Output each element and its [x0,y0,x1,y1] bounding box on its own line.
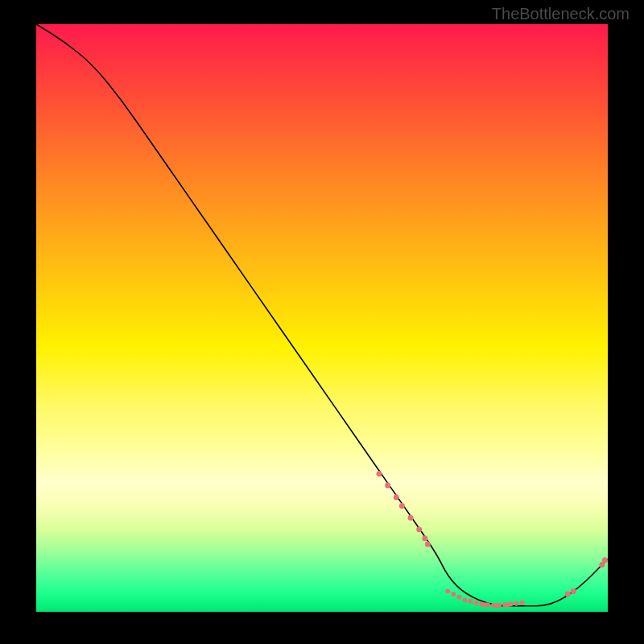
svg-point-22 [508,602,513,607]
svg-point-24 [520,601,525,605]
svg-point-0 [377,471,382,477]
data-points-segment2 [445,588,524,608]
svg-point-12 [469,599,473,604]
svg-point-8 [445,588,450,593]
svg-point-1 [385,483,390,489]
svg-point-9 [451,592,456,597]
svg-point-6 [422,535,427,541]
svg-point-2 [394,494,399,500]
svg-point-5 [416,526,422,532]
data-points-segment3 [565,557,608,597]
svg-point-23 [514,601,518,606]
chart-container: TheBottleneck.com [0,0,644,644]
svg-point-25 [565,592,571,597]
svg-point-16 [485,602,490,607]
svg-point-10 [456,595,461,600]
svg-point-19 [497,603,502,608]
chart-svg [36,24,608,612]
svg-point-11 [463,597,468,602]
svg-point-28 [602,557,608,563]
data-points-segment1 [377,471,431,547]
svg-point-26 [571,588,576,594]
svg-point-3 [399,503,405,509]
svg-point-13 [474,601,479,605]
main-curve [36,24,608,606]
svg-point-7 [425,542,431,547]
svg-point-27 [599,562,605,568]
watermark-text: TheBottleneck.com [492,5,630,23]
plot-area [36,24,608,612]
svg-point-4 [408,515,414,521]
